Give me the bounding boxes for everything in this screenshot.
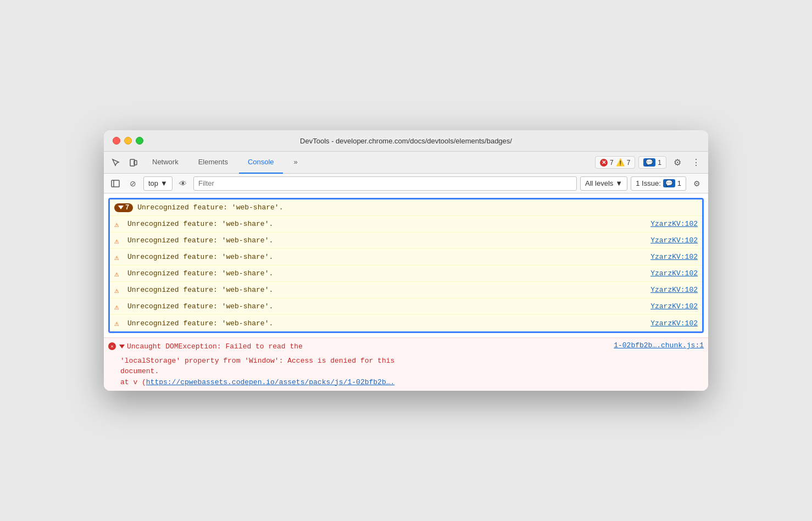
error-line4: at v (https://cpwebassets.codepen.io/ass…	[120, 378, 394, 386]
svg-rect-2	[112, 180, 119, 187]
devtools-toolbar: Network Elements Console » ✕ 7 ⚠️ 7 💬 1 …	[104, 152, 708, 174]
warning-message: Unrecognized feature: 'web-share'.	[127, 286, 646, 294]
settings-icon[interactable]: ⚙	[670, 155, 685, 170]
issues-count: 1	[677, 179, 681, 187]
warning-message: Unrecognized feature: 'web-share'.	[127, 319, 646, 328]
table-row: Unrecognized feature: 'web-share'. Yzarz…	[110, 232, 702, 249]
warning-icon	[114, 319, 123, 328]
issues-label: 1 Issue:	[636, 179, 661, 187]
source-link[interactable]: YzarzKV:102	[650, 253, 698, 261]
warning-icon	[114, 253, 123, 262]
warning-icon	[114, 269, 123, 278]
filter-input[interactable]	[193, 176, 577, 191]
warning-count: 7	[125, 204, 129, 212]
warning-message: Unrecognized feature: 'web-share'.	[127, 220, 646, 228]
warning-icon	[114, 302, 123, 311]
minimize-button[interactable]	[124, 137, 132, 145]
warning-group-message: Unrecognized feature: 'web-share'.	[137, 203, 698, 212]
source-link[interactable]: YzarzKV:102	[650, 302, 698, 311]
clear-console-icon[interactable]: ⊘	[126, 176, 140, 191]
source-link[interactable]: YzarzKV:102	[650, 220, 698, 228]
collapse-icon	[118, 206, 124, 209]
warning-message: Unrecognized feature: 'web-share'.	[127, 269, 646, 278]
error-icon: ✕	[108, 342, 116, 350]
expand-icon	[119, 345, 125, 348]
error-line2: 'localStorage' property from 'Window': A…	[120, 357, 394, 365]
table-row: Unrecognized feature: 'web-share'. Yzarz…	[110, 216, 702, 232]
error-row: ✕ Uncaught DOMException: Failed to read …	[104, 338, 708, 356]
tab-more[interactable]: »	[285, 152, 307, 174]
error-line3: document.	[120, 367, 159, 375]
codepen-link[interactable]: https://cpwebassets.codepen.io/assets/pa…	[146, 378, 394, 386]
chat-icon: 💬	[643, 158, 655, 167]
error-text: Uncaught DOMException: Failed to read th…	[119, 341, 610, 352]
console-toolbar: ⊘ top ▼ 👁 All levels ▼ 1 Issue: 💬 1 ⚙	[104, 174, 708, 193]
issues-button[interactable]: 1 Issue: 💬 1	[631, 176, 686, 191]
sidebar-toggle-icon[interactable]	[108, 176, 123, 191]
error-count: 7	[610, 159, 614, 167]
warning-message: Unrecognized feature: 'web-share'.	[127, 302, 646, 311]
chevron-down-icon: ▼	[615, 179, 622, 187]
error-detail: 'localStorage' property from 'Window': A…	[104, 356, 708, 391]
table-row: Unrecognized feature: 'web-share'. Yzarz…	[110, 298, 702, 315]
close-button[interactable]	[113, 137, 120, 145]
warning-message: Unrecognized feature: 'web-share'.	[127, 253, 646, 261]
svg-rect-1	[134, 160, 137, 165]
devtools-window: DevTools - developer.chrome.com/docs/dev…	[104, 130, 708, 391]
more-options-icon[interactable]: ⋮	[688, 155, 704, 170]
table-row: Unrecognized feature: 'web-share'. Yzarz…	[110, 315, 702, 331]
table-row: Unrecognized feature: 'web-share'. Yzarz…	[110, 282, 702, 298]
window-title: DevTools - developer.chrome.com/docs/dev…	[300, 137, 512, 145]
maximize-button[interactable]	[136, 137, 143, 145]
info-count: 1	[658, 159, 661, 167]
levels-label: All levels	[585, 179, 613, 187]
warning-icon	[114, 286, 123, 295]
source-link[interactable]: YzarzKV:102	[650, 269, 698, 278]
warning-count-badge: 7	[114, 203, 133, 212]
error-link[interactable]: 1-02bfb2b….chunk.js:1	[614, 341, 704, 350]
tab-network[interactable]: Network	[143, 152, 187, 174]
console-settings-icon[interactable]: ⚙	[689, 176, 704, 191]
source-link[interactable]: YzarzKV:102	[650, 319, 698, 328]
warning-group: 7 Unrecognized feature: 'web-share'. Unr…	[108, 198, 704, 333]
tab-console[interactable]: Console	[239, 152, 283, 174]
error-section: ✕ Uncaught DOMException: Failed to read …	[104, 337, 708, 391]
device-mode-icon[interactable]	[126, 155, 141, 170]
warning-icon	[114, 220, 123, 229]
error-icon: ✕	[600, 159, 608, 167]
table-row: Unrecognized feature: 'web-share'. Yzarz…	[110, 265, 702, 282]
tab-elements[interactable]: Elements	[190, 152, 237, 174]
info-badge[interactable]: 💬 1	[638, 156, 666, 169]
warning-group-header[interactable]: 7 Unrecognized feature: 'web-share'.	[110, 199, 702, 216]
chevron-down-icon: ▼	[160, 179, 168, 187]
warning-message: Unrecognized feature: 'web-share'.	[127, 236, 646, 245]
warning-icon	[114, 236, 123, 245]
inspect-icon[interactable]	[108, 155, 124, 170]
traffic-lights	[113, 137, 143, 145]
badge-group: ✕ 7 ⚠️ 7 💬 1 ⚙ ⋮	[595, 155, 704, 170]
title-bar: DevTools - developer.chrome.com/docs/dev…	[104, 130, 708, 152]
eye-icon[interactable]: 👁	[176, 176, 190, 191]
console-content: 7 Unrecognized feature: 'web-share'. Unr…	[104, 193, 708, 391]
context-selector[interactable]: top ▼	[143, 176, 173, 191]
error-source[interactable]: 1-02bfb2b….chunk.js:1	[614, 341, 704, 350]
warn-count: 7	[627, 159, 631, 167]
issues-chat-icon: 💬	[663, 179, 675, 187]
table-row: Unrecognized feature: 'web-share'. Yzarz…	[110, 249, 702, 265]
source-link[interactable]: YzarzKV:102	[650, 236, 698, 245]
levels-dropdown[interactable]: All levels ▼	[580, 176, 627, 191]
context-label: top	[148, 179, 158, 187]
error-circle: ✕	[108, 342, 116, 350]
error-badge[interactable]: ✕ 7 ⚠️ 7	[595, 156, 635, 169]
source-link[interactable]: YzarzKV:102	[650, 286, 698, 294]
